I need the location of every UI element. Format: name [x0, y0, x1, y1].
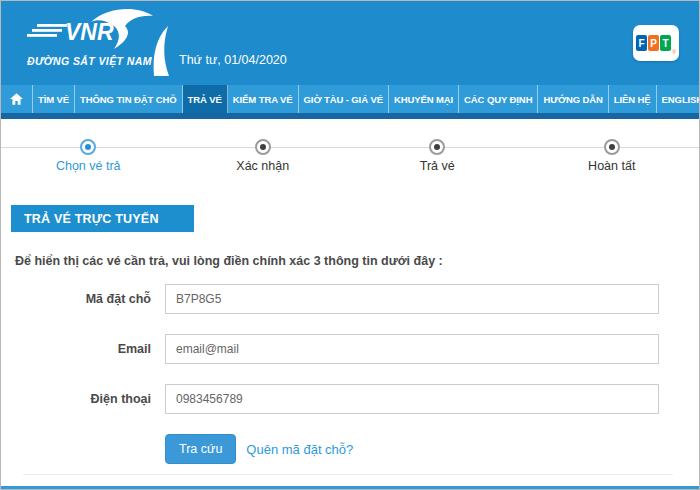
fpt-registered-mark: ®: [672, 49, 676, 55]
search-button[interactable]: Tra cứu: [165, 434, 236, 464]
nav-item-label: CÁC QUY ĐỊNH: [464, 94, 532, 105]
title-swoosh-icon: [163, 205, 194, 232]
form-row: Email: [1, 334, 699, 364]
nav-item-huong-dan[interactable]: HƯỚNG DẪN: [538, 85, 608, 113]
nav-item-cac-quy-dinh[interactable]: CÁC QUY ĐỊNH: [459, 85, 538, 113]
header: VNR ĐƯỜNG SẮT VIỆT NAM Thứ tư, 01/04/202…: [1, 1, 699, 85]
nav-item-kiem-tra-ve[interactable]: KIỂM TRA VÉ: [228, 85, 299, 113]
step-label: Xác nhận: [236, 159, 289, 173]
footer-accent-strip: [1, 486, 699, 489]
footer-divider: [23, 474, 673, 475]
email-input[interactable]: [165, 334, 659, 364]
form-actions: Tra cứu Quên mã đặt chỗ?: [1, 434, 699, 464]
fpt-logo: F P T ®: [633, 25, 679, 61]
step-marker-icon: [604, 139, 620, 155]
step-xac-nhan[interactable]: Xác nhận: [176, 119, 351, 181]
step-label: Hoàn tất: [588, 159, 635, 173]
field-label: Email: [1, 342, 165, 356]
progress-steps: Chọn vé trả Xác nhận Trả vé Hoàn tất: [1, 119, 699, 181]
fpt-letter-p: P: [648, 35, 659, 51]
nav-item-tra-ve[interactable]: TRẢ VÉ: [183, 85, 228, 113]
sail-icon: [151, 25, 171, 77]
step-chon-ve-tra[interactable]: Chọn vé trả: [1, 119, 176, 181]
page-title: TRẢ VÉ TRỰC TUYẾN: [24, 212, 159, 226]
form-row: Mã đặt chỗ: [1, 284, 699, 314]
nav-item-thong-tin-dat-cho[interactable]: THÔNG TIN ĐẶT CHỖ: [75, 85, 182, 113]
field-label: Điện thoại: [1, 392, 165, 406]
nav-item-label: KIỂM TRA VÉ: [233, 94, 293, 105]
instruction-text: Để hiển thị các vé cần trả, vui lòng điề…: [15, 254, 699, 268]
forgot-booking-code-link[interactable]: Quên mã đặt chỗ?: [246, 442, 353, 457]
nav-item-label: ENGLISH: [662, 94, 700, 105]
main-nav: TÌM VÉ THÔNG TIN ĐẶT CHỖ TRẢ VÉ KIỂM TRA…: [1, 85, 699, 113]
vnr-emblem-icon: VNR: [27, 9, 159, 53]
booking-code-input[interactable]: [165, 284, 659, 314]
nav-item-gio-tau-gia-ve[interactable]: GIỜ TÀU - GIÁ VÉ: [299, 85, 389, 113]
fpt-letter-t: T: [660, 35, 671, 51]
nav-item-lien-he[interactable]: LIÊN HỆ: [609, 85, 657, 113]
step-marker-icon: [255, 139, 271, 155]
current-date: Thứ tư, 01/04/2020: [179, 53, 287, 67]
section-title-bar: TRẢ VÉ TRỰC TUYẾN: [11, 205, 194, 232]
vnr-logo-text: VNR: [65, 19, 114, 45]
form-row: Điện thoại: [1, 384, 699, 414]
nav-item-tim-ve[interactable]: TÌM VÉ: [33, 85, 75, 113]
step-label: Chọn vé trả: [56, 159, 121, 173]
step-tra-ve[interactable]: Trả vé: [350, 119, 525, 181]
phone-input[interactable]: [165, 384, 659, 414]
nav-item-khuyen-mai[interactable]: KHUYẾN MẠI: [389, 85, 459, 113]
nav-item-label: TÌM VÉ: [38, 94, 69, 105]
nav-item-label: TRẢ VÉ: [188, 94, 222, 105]
main-content: TRẢ VÉ TRỰC TUYẾN Để hiển thị các vé cần…: [1, 181, 699, 464]
field-label: Mã đặt chỗ: [1, 292, 165, 306]
nav-item-label: HƯỚNG DẪN: [543, 94, 602, 105]
step-marker-icon: [80, 139, 96, 155]
nav-item-label: LIÊN HỆ: [614, 94, 651, 105]
fpt-letter-f: F: [636, 35, 647, 51]
nav-item-home[interactable]: [1, 85, 33, 113]
nav-item-label: THÔNG TIN ĐẶT CHỖ: [80, 94, 176, 105]
home-icon: [10, 93, 23, 105]
vnr-logo[interactable]: VNR ĐƯỜNG SẮT VIỆT NAM: [27, 9, 167, 67]
step-label: Trả vé: [420, 159, 455, 173]
brand-subtitle: ĐƯỜNG SẮT VIỆT NAM: [27, 55, 167, 67]
lookup-form: Mã đặt chỗ Email Điện thoại: [1, 284, 699, 414]
step-marker-icon: [429, 139, 445, 155]
nav-item-label: KHUYẾN MẠI: [394, 94, 453, 105]
nav-item-english[interactable]: ENGLISH: [657, 85, 700, 113]
step-hoan-tat[interactable]: Hoàn tất: [525, 119, 700, 181]
vnr-ticket-return-page: VNR ĐƯỜNG SẮT VIỆT NAM Thứ tư, 01/04/202…: [0, 0, 700, 490]
nav-item-label: GIỜ TÀU - GIÁ VÉ: [304, 94, 383, 105]
